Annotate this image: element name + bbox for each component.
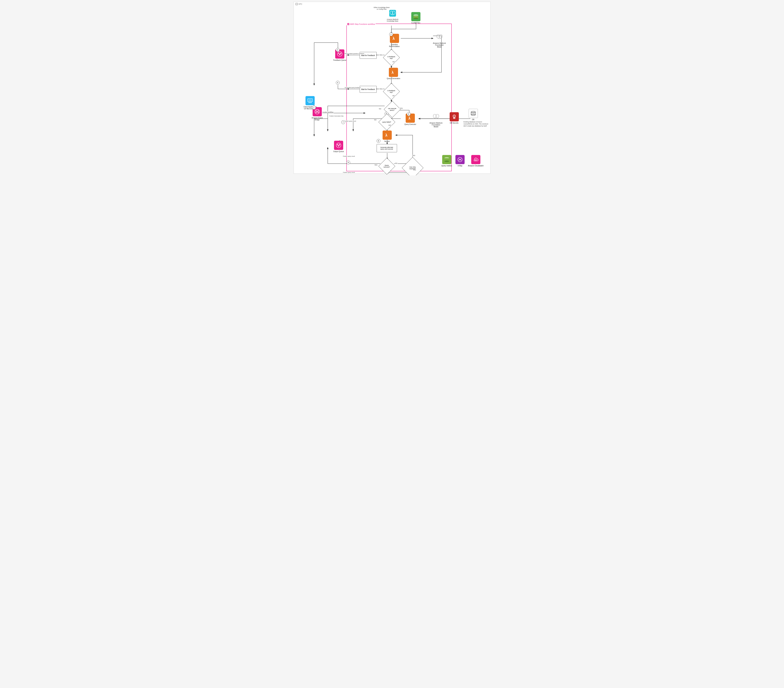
yes-label-2: YES <box>379 88 383 90</box>
svg-line-67 <box>316 111 317 112</box>
output-queue-label: Output Queue <box>333 151 344 152</box>
svg-line-94 <box>338 145 339 145</box>
svg-text:λ: λ <box>392 70 394 74</box>
legend-query-metrics: Query metrics <box>441 155 452 167</box>
is-feedback-req-2-label: is feedback req? <box>386 89 397 94</box>
knowledge-base-icon-box: Amazon Bedrock Knowledge Base <box>387 9 399 22</box>
question-reformulation-icon-box: λ Question Reformulation <box>387 34 402 47</box>
step-9-circle: 9 <box>346 161 350 164</box>
query-metrics-icon <box>442 155 451 164</box>
svg-text:λ: λ <box>408 116 410 120</box>
svg-point-33 <box>413 18 418 19</box>
db-label: DB <box>472 119 474 120</box>
query-metrics-label: Query metrics <box>441 165 452 167</box>
bedrock-fm-bottom-label: Amazon Bedrock Foundation Model <box>430 122 443 128</box>
publish-query-result-1-label: Publish query result <box>344 120 356 122</box>
db-secrets-icon <box>450 112 459 121</box>
db-secrets-label: DB Secrets <box>450 122 458 124</box>
feedback-queue-icon-box: Feedback Queue <box>333 49 346 61</box>
query-executor-icon-box: λ Query Executor <box>405 114 416 125</box>
existing-db-icon <box>469 109 478 118</box>
publish-generated-sql-label: Publish Generated SQL <box>329 115 344 117</box>
svg-point-60 <box>316 112 316 113</box>
is-feedback-req-2-container: is feedback req? <box>385 85 398 98</box>
is-feedback-req-2-wrapper: is feedback req? <box>385 85 398 98</box>
step-3-circle: 3 <box>336 48 339 52</box>
client-app-icon <box>305 96 315 105</box>
step-6-circle: 6 <box>407 112 410 116</box>
bedrock-fm-bottom-icon <box>432 112 441 121</box>
vpc-label: VPC VPC <box>295 3 302 5</box>
svg-text:VPC: VPC <box>295 3 298 5</box>
above-kb-label: Either Knowledge Base or Config Files <box>373 7 390 10</box>
is-feedback-req-1-container: is feedback req? <box>385 51 398 64</box>
svg-point-101 <box>475 159 476 161</box>
query-generation-label: Query Generation <box>387 77 400 79</box>
yes-label-3: YES <box>399 107 403 109</box>
svg-line-95 <box>339 145 339 145</box>
config-files-label: Config Files <box>411 22 420 24</box>
step-1-circle: 1 <box>312 106 316 109</box>
no-mr-label: NO <box>413 155 416 156</box>
xray-icon <box>455 155 464 164</box>
legend-xray: X-Ray <box>455 155 464 167</box>
cloudwatch-icon <box>471 155 480 164</box>
svg-point-90 <box>336 143 341 148</box>
bedrock-fm-top-label: Amazon Bedrock Foundation Model <box>433 42 446 48</box>
invoke-workflow-label: Invoke workflow <box>322 111 334 113</box>
no-label-3: NO <box>379 108 382 110</box>
existing-db-note: Existing database (Amazon Aurora/RDS) on… <box>464 121 491 127</box>
db-secrets-icon-box: DB Secrets <box>450 112 459 124</box>
is-feedback-req-1-wrapper: is feedback req? <box>385 51 398 64</box>
svg-point-92 <box>339 144 340 145</box>
wait-feedback-2-box: Wait for Feedback <box>360 86 377 93</box>
query-generation-icon-box: λ Query Generation <box>387 68 400 79</box>
query-failed-wrapper: query failed? <box>380 115 394 129</box>
svg-point-83 <box>454 118 455 119</box>
no-label-2: NO <box>392 95 395 97</box>
svg-text:λ: λ <box>393 36 395 41</box>
svg-point-91 <box>337 144 338 145</box>
svg-point-93 <box>338 145 339 146</box>
is-feedback-req-1-label: is feedback req? <box>386 56 397 59</box>
question-reformulation-label: Question Reformulation <box>387 44 402 47</box>
publish-qr-3-label: Publish query result <box>343 172 355 173</box>
svg-point-46 <box>340 53 341 54</box>
publish-qr-2-label: Publish query result <box>343 155 355 157</box>
query-failed-label: query failed? <box>382 121 392 123</box>
max-retry-container: max retry reached? <box>404 160 421 175</box>
svg-line-69 <box>316 112 317 112</box>
knowledge-base-icon <box>388 9 397 18</box>
no-qs-label: NO <box>395 163 398 164</box>
event-bridge-icon-box: Amazon Event Bridge <box>310 107 325 121</box>
cloudwatch-label: Amazon Cloudwatch <box>468 165 484 167</box>
output-queue-icon <box>334 141 343 150</box>
generate-alternate-box: Generate alternate query and execute <box>377 144 397 152</box>
query-success-label: Query success? <box>381 164 392 168</box>
query-success-wrapper: Query success? <box>380 160 394 173</box>
svg-text:λ: λ <box>385 133 387 137</box>
svg-point-82 <box>453 115 455 117</box>
iterator-lambda: λ <box>382 130 392 140</box>
step-8-circle: 8 <box>377 139 380 143</box>
svg-point-61 <box>318 112 319 113</box>
iterator-icon-box: λ Iterator <box>382 130 392 142</box>
bedrock-fm-top-icon <box>435 33 444 41</box>
svg-point-80 <box>453 115 456 117</box>
svg-point-34 <box>413 14 418 16</box>
svg-point-100 <box>460 159 461 160</box>
yes-label-1: YES <box>379 54 383 56</box>
xray-label: X-Ray <box>458 165 463 167</box>
max-retry-label: max retry reached? <box>406 166 419 170</box>
svg-point-98 <box>445 161 449 162</box>
yes-label-4: YES <box>388 124 392 126</box>
svg-point-58 <box>316 110 316 111</box>
yes-qs-label: YES <box>374 164 378 166</box>
step-2-circle: 2 <box>389 33 393 36</box>
legend: Query metrics X-Ray <box>441 155 484 167</box>
bedrock-fm-top-icon-box: Amazon Bedrock Foundation Model <box>433 33 446 48</box>
sf-workflow-label: SF AWS Step Functions workflow <box>346 23 376 25</box>
svg-point-47 <box>339 54 340 55</box>
legend-cloudwatch: Amazon Cloudwatch <box>468 155 484 167</box>
svg-text:SF: SF <box>348 24 349 25</box>
